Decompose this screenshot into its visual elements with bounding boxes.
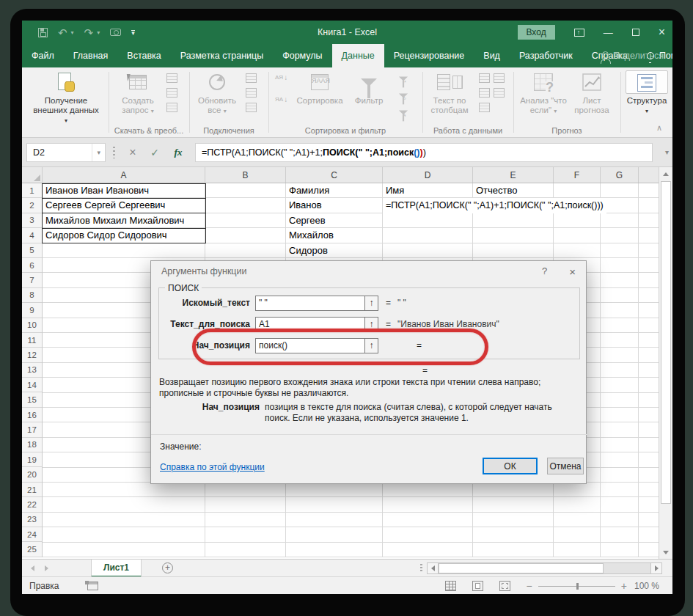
redo-dropdown-icon[interactable]: ▾ xyxy=(97,29,100,36)
column-header[interactable]: F xyxy=(554,167,601,183)
new-query-button[interactable]: Создать запрос ▾ xyxy=(114,70,162,116)
cell-a4[interactable]: Сидоров Сидор Сидорович xyxy=(45,228,167,243)
row-header[interactable]: 16 xyxy=(22,408,42,422)
undo-icon[interactable]: ↶ xyxy=(58,27,67,38)
from-file-icon[interactable] xyxy=(166,103,177,112)
row-header[interactable]: 3 xyxy=(22,213,42,228)
row-header[interactable]: 12 xyxy=(22,348,42,362)
zoom-out-icon[interactable]: − xyxy=(527,580,532,592)
expand-formula-bar-icon[interactable]: ▾ xyxy=(665,148,669,156)
advanced-filter-icon[interactable]: ✎ xyxy=(399,110,408,114)
camera-icon[interactable] xyxy=(110,29,121,36)
row-header[interactable]: 2 xyxy=(22,198,42,213)
dialog-help-icon[interactable]: ? xyxy=(542,265,547,278)
ribbon-display-options-icon[interactable] xyxy=(574,29,584,37)
dialog-title-bar[interactable]: Аргументы функции ? × xyxy=(151,261,586,282)
tab-review[interactable]: Рецензирование xyxy=(384,44,474,67)
column-header[interactable]: B xyxy=(205,167,286,183)
column-header[interactable]: D xyxy=(383,167,473,183)
collapse-dialog-icon[interactable]: ↑ xyxy=(365,338,378,353)
tab-view[interactable]: Вид xyxy=(474,44,510,67)
prev-sheet-icon[interactable] xyxy=(31,565,34,571)
row-header[interactable]: 18 xyxy=(22,438,42,452)
zoom-in-icon[interactable]: + xyxy=(621,580,627,592)
select-all-corner[interactable] xyxy=(22,167,43,183)
ok-button[interactable]: ОК xyxy=(483,458,538,474)
forecast-sheet-button[interactable]: Лист прогноза xyxy=(570,70,614,115)
filter-button[interactable]: Фильтр xyxy=(350,70,388,106)
horizontal-scrollbar[interactable] xyxy=(420,562,662,574)
row-header[interactable]: 24 xyxy=(22,527,42,542)
properties-icon[interactable] xyxy=(246,88,257,98)
tab-home[interactable]: Главная xyxy=(64,44,118,67)
relationships-icon[interactable] xyxy=(479,103,490,112)
save-icon[interactable] xyxy=(38,28,48,37)
share-button[interactable]: Поделиться xyxy=(602,44,664,67)
function-help-link[interactable]: Справка по этой функции xyxy=(160,462,265,472)
row-header[interactable]: 20 xyxy=(22,467,42,482)
cell-e1[interactable]: Отчество xyxy=(476,183,518,198)
sort-az-button[interactable]: АЯ↓ xyxy=(275,75,287,80)
dialog-close-icon[interactable]: × xyxy=(569,265,576,278)
minimize-button[interactable]: — xyxy=(604,28,613,37)
row-header[interactable]: 1 xyxy=(22,183,42,198)
row-header[interactable]: 7 xyxy=(22,273,42,287)
row-header[interactable]: 5 xyxy=(22,243,42,258)
scroll-left-icon[interactable] xyxy=(427,562,439,574)
tab-page-layout[interactable]: Разметка страницы xyxy=(171,44,273,67)
zoom-slider[interactable] xyxy=(538,586,615,587)
scroll-right-icon[interactable] xyxy=(650,562,662,574)
reapply-filter-icon[interactable]: ↻ xyxy=(399,93,408,98)
sort-za-button[interactable]: ЯА↓ xyxy=(275,97,287,102)
cell-c2[interactable]: Иванов xyxy=(289,198,322,213)
flash-fill-icon[interactable] xyxy=(479,73,490,83)
cell-c4[interactable]: Михайлов xyxy=(289,228,334,243)
maximize-button[interactable] xyxy=(632,29,639,36)
remove-duplicates-icon[interactable] xyxy=(494,73,505,83)
zoom-slider-thumb[interactable] xyxy=(576,583,579,590)
clear-filter-icon[interactable]: × xyxy=(399,76,408,81)
get-external-data-button[interactable]: Получение внешних данных ▾ xyxy=(32,70,100,125)
cancel-entry-button[interactable]: × xyxy=(123,143,142,162)
close-button[interactable]: × xyxy=(659,26,665,38)
tab-formulas[interactable]: Формулы xyxy=(273,44,331,67)
outline-button[interactable]: Структура▾ xyxy=(626,70,668,116)
row-header[interactable]: 8 xyxy=(22,288,42,303)
scroll-down-icon[interactable] xyxy=(659,546,672,559)
edit-links-icon[interactable] xyxy=(246,103,257,112)
row-header[interactable]: 4 xyxy=(22,228,42,243)
scroll-up-icon[interactable] xyxy=(659,167,672,180)
collapse-dialog-icon[interactable]: ↑ xyxy=(365,317,378,332)
row-header[interactable]: 13 xyxy=(22,363,42,378)
vertical-scrollbar[interactable] xyxy=(659,167,672,559)
formula-bar-resize-handle[interactable] xyxy=(113,147,115,158)
customize-qat-icon[interactable]: ▾ xyxy=(131,30,135,35)
column-header[interactable]: A xyxy=(43,167,205,183)
row-header[interactable]: 21 xyxy=(22,483,42,497)
undo-dropdown-icon[interactable]: ▾ xyxy=(71,29,74,36)
row-header[interactable]: 22 xyxy=(22,497,42,512)
text-to-columns-button[interactable]: Текст по столбцам xyxy=(426,70,473,115)
redo-icon[interactable]: ↷ xyxy=(84,27,94,38)
row-header[interactable]: 15 xyxy=(22,392,42,407)
tab-split-handle[interactable] xyxy=(420,564,422,573)
row-header[interactable]: 17 xyxy=(22,422,42,437)
name-box[interactable]: D2▾ xyxy=(26,143,106,162)
consolidate-icon[interactable] xyxy=(494,88,505,98)
column-header[interactable] xyxy=(639,167,659,183)
column-header[interactable]: G xyxy=(601,167,639,183)
cell-c3[interactable]: Сергеев xyxy=(289,213,326,228)
column-header[interactable]: C xyxy=(286,167,383,183)
cell-a3[interactable]: Михайлов Михаил Михайлович xyxy=(45,213,184,228)
row-header[interactable]: 10 xyxy=(22,318,42,333)
refresh-all-button[interactable]: Обновить все ▾ xyxy=(193,70,241,116)
field-input-iskomy-tekst[interactable]: " " xyxy=(255,296,365,311)
tab-insert[interactable]: Вставка xyxy=(117,44,170,67)
cell-a2[interactable]: Сергеев Сергей Сергеевич xyxy=(45,198,165,213)
add-sheet-button[interactable]: + xyxy=(162,562,173,573)
cell-c1[interactable]: Фамилия xyxy=(289,183,329,198)
formula-input[interactable]: =ПСТР(A1;ПОИСК(" ";A1)+1;ПОИСК(" ";A1;по… xyxy=(195,143,653,162)
enter-entry-button[interactable]: ✓ xyxy=(145,143,164,162)
name-box-dropdown-icon[interactable]: ▾ xyxy=(92,144,105,161)
tab-data[interactable]: Данные xyxy=(332,44,384,67)
